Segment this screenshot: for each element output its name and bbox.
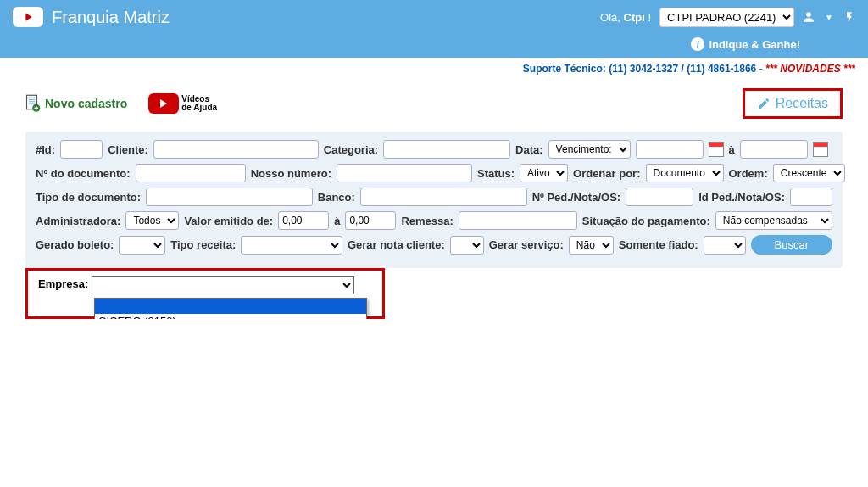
greeting-text: Olá, Ctpi ! — [600, 11, 651, 24]
tipo-receita-label: Tipo receita: — [170, 238, 236, 251]
new-document-icon — [25, 94, 41, 113]
cliente-input[interactable] — [153, 140, 319, 159]
ordenar-label: Ordenar por: — [573, 167, 640, 180]
header-left: Franquia Matriz — [13, 7, 170, 27]
id-label: #Id: — [36, 143, 55, 156]
somente-fiado-select[interactable] — [704, 236, 746, 255]
ordem-select[interactable]: Crescente — [773, 164, 845, 182]
situacao-label: Situação do pagamento: — [582, 215, 710, 227]
valor-emitido-label: Valor emitido de: — [184, 215, 273, 227]
gerar-servico-label: Gerar serviço: — [489, 238, 564, 251]
data-type-select[interactable]: Vencimento: — [548, 140, 631, 159]
novidades-link[interactable]: *** NOVIDADES *** — [765, 63, 855, 75]
banco-input[interactable] — [360, 188, 527, 206]
ordem-label: Ordem: — [729, 167, 768, 180]
edit-icon — [757, 97, 771, 110]
data-label: Data: — [515, 143, 543, 156]
tipodoc-label: Tipo de documento: — [36, 191, 141, 204]
empresa-select[interactable] — [92, 276, 354, 294]
header-bar: Franquia Matriz Olá, Ctpi ! CTPI PADRAO … — [0, 0, 868, 34]
admin-select[interactable]: Todos — [125, 211, 179, 230]
youtube-logo-icon[interactable] — [13, 7, 43, 27]
gerar-nota-label: Gerar nota cliente: — [348, 238, 445, 251]
empresa-label: Empresa: — [38, 277, 88, 290]
cliente-label: Cliente: — [108, 143, 148, 156]
id-input[interactable] — [60, 140, 103, 159]
videos-ajuda-label: Vídeos de Ajuda — [181, 95, 217, 112]
gerar-servico-select[interactable]: Não — [569, 236, 614, 255]
situacao-select[interactable]: Não compensadas — [715, 211, 832, 230]
somente-fiado-label: Somente fiado: — [619, 238, 698, 251]
user-icon[interactable] — [803, 11, 815, 23]
valor-ate-input[interactable] — [345, 211, 396, 230]
buscar-button[interactable]: Buscar — [751, 235, 832, 255]
header-right: Olá, Ctpi ! CTPI PADRAO (2241) ▼ — [600, 8, 855, 27]
gerar-nota-select[interactable] — [450, 236, 484, 255]
tipodoc-input[interactable] — [146, 188, 313, 206]
header-icons: ▼ — [803, 11, 855, 23]
support-bar: Suporte Técnico: (11) 3042-1327 / (11) 4… — [0, 58, 868, 80]
nosso-label: Nosso número: — [251, 167, 331, 180]
categoria-label: Categoria: — [324, 143, 378, 156]
toolbar: Novo cadastro YouTube Vídeos de Ajuda Re… — [0, 80, 868, 127]
brand-title: Franquia Matriz — [52, 8, 170, 27]
remessa-label: Remessa: — [401, 215, 453, 227]
empresa-highlight-box: Empresa: CICERO (2150) — [25, 268, 385, 319]
support-phone-1[interactable]: (11) 3042-1327 — [609, 63, 678, 75]
data-to-input[interactable] — [740, 140, 808, 159]
nosso-input[interactable] — [337, 164, 472, 182]
idped-label: Id Ped./Nota/OS: — [698, 191, 785, 204]
banco-label: Banco: — [318, 191, 355, 204]
ndoc-label: Nº do documento: — [36, 167, 131, 180]
subheader-bar: i Indique & Ganhe! — [0, 34, 868, 58]
empresa-option-blank[interactable] — [95, 299, 366, 314]
gerado-boleto-select[interactable] — [119, 236, 165, 255]
nped-input[interactable] — [626, 188, 693, 206]
ndoc-input[interactable] — [136, 164, 246, 182]
empresa-option-cicero[interactable]: CICERO (2150) — [95, 314, 366, 319]
categoria-input[interactable] — [383, 140, 510, 159]
videos-ajuda-button[interactable]: YouTube Vídeos de Ajuda — [148, 93, 217, 114]
indique-ganhe-link[interactable]: i Indique & Ganhe! — [691, 37, 800, 51]
status-label: Status: — [477, 167, 515, 180]
remessa-input[interactable] — [459, 211, 577, 230]
valor-de-input[interactable] — [278, 211, 329, 230]
support-phone-2[interactable]: (11) 4861-1866 — [687, 63, 756, 75]
calendar-icon[interactable] — [709, 142, 724, 157]
calendar-icon[interactable] — [813, 142, 828, 157]
info-icon: i — [691, 37, 704, 51]
bolt-icon[interactable] — [843, 11, 855, 23]
tipo-receita-select[interactable] — [241, 236, 342, 255]
caret-down-icon[interactable]: ▼ — [825, 13, 833, 22]
data-from-input[interactable] — [636, 140, 704, 159]
a-label: à — [729, 143, 735, 156]
novo-cadastro-button[interactable]: Novo cadastro — [25, 94, 127, 113]
empresa-dropdown-list: CICERO (2150) — [94, 298, 367, 319]
ordenar-select[interactable]: Documento — [646, 164, 724, 182]
status-select[interactable]: Ativo — [520, 164, 568, 182]
admin-label: Administradora: — [36, 215, 120, 227]
filter-panel: #Id: Cliente: Categoria: Data: Venciment… — [25, 132, 843, 268]
receitas-button[interactable]: Receitas — [743, 88, 843, 119]
gerado-boleto-label: Gerado boleto: — [36, 238, 114, 251]
nped-label: Nº Ped./Nota/OS: — [532, 191, 620, 204]
account-select[interactable]: CTPI PADRAO (2241) — [659, 8, 794, 27]
a-label: à — [334, 215, 340, 227]
idped-input[interactable] — [790, 188, 832, 206]
